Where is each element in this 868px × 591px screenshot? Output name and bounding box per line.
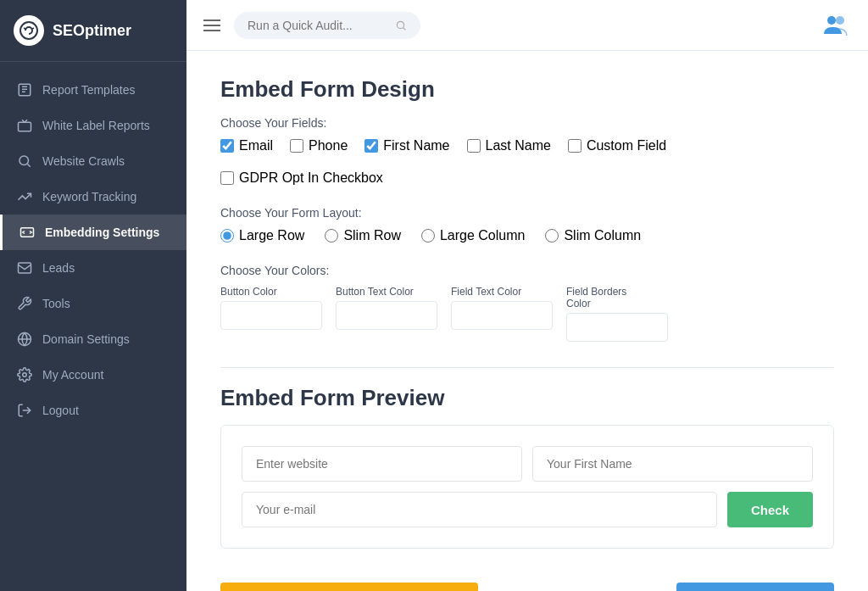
trend-icon [17,189,32,204]
user-icon[interactable] [821,8,851,39]
sidebar-item-domain-settings[interactable]: Domain Settings [0,321,186,357]
logo-text: SEOptimer [53,22,131,40]
svg-point-3 [19,156,29,165]
checkbox-email-label: Email [239,138,273,153]
preview-firstname-input[interactable] [532,446,813,482]
radio-large-row-label: Large Row [239,228,304,243]
checkbox-last-name[interactable]: Last Name [467,138,551,153]
main-content: Embed Form Design Choose Your Fields: Em… [186,51,868,591]
gear-icon [17,367,32,382]
hamburger-button[interactable] [203,20,220,31]
search-input[interactable] [248,19,388,32]
button-color-field: Button Color #25b36f [220,286,322,342]
sidebar-item-report-templates[interactable]: Report Templates [0,72,186,108]
button-color-label: Button Color [220,286,322,298]
sidebar-label-logout: Logout [42,404,79,417]
radio-slim-row-input[interactable] [325,229,338,243]
search-icon [395,19,407,32]
sidebar: SEOptimer Report Templates White Label R… [0,0,186,591]
search-circle-icon [17,153,32,169]
button-text-color-input[interactable]: #ffffff [336,301,437,330]
embed-icon [19,225,35,240]
divider [220,367,834,368]
button-text-color-label: Button Text Color [336,286,437,298]
sidebar-item-keyword-tracking[interactable]: Keyword Tracking [0,179,186,215]
checkbox-last-name-label: Last Name [486,138,551,153]
checkbox-gdpr-input[interactable] [220,171,234,185]
sidebar-item-tools[interactable]: Tools [0,286,186,321]
checkbox-first-name[interactable]: First Name [364,138,449,153]
sidebar-label-report-templates: Report Templates [42,83,135,97]
radio-slim-column-label: Slim Column [564,228,641,243]
sidebar-item-my-account[interactable]: My Account [0,357,186,393]
page-title: Embed Form Design [220,76,834,103]
button-text-color-field: Button Text Color #ffffff [336,286,437,342]
sidebar-item-logout[interactable]: Logout [0,393,186,428]
topbar-right [821,8,851,42]
sidebar-item-leads[interactable]: Leads [0,250,186,286]
radio-slim-column[interactable]: Slim Column [545,228,641,243]
fields-label: Choose Your Fields: [220,116,834,130]
preview-bottom: Check [242,492,813,527]
checkbox-phone[interactable]: Phone [290,138,348,153]
checkbox-phone-label: Phone [309,138,348,153]
sidebar-label-tools: Tools [42,297,70,310]
checkbox-first-name-label: First Name [383,138,449,153]
svg-rect-5 [19,263,31,273]
svg-point-7 [23,373,27,377]
checkbox-email-input[interactable] [220,139,234,153]
checkbox-gdpr[interactable]: GDPR Opt In Checkbox [220,170,383,186]
checkbox-last-name-input[interactable] [467,139,481,153]
svg-point-9 [397,21,403,28]
bottom-bar: Save Settings & Generate Embed Code Prev… [220,569,834,591]
radio-slim-column-input[interactable] [545,229,559,243]
sidebar-item-website-crawls[interactable]: Website Crawls [0,143,186,179]
svg-point-11 [836,16,844,25]
preview-check-button[interactable]: Check [727,492,813,527]
preview-box: Check [220,425,834,549]
radio-large-column-label: Large Column [440,228,526,243]
layout-label: Choose Your Form Layout: [220,206,834,220]
button-color-input[interactable]: #25b36f [220,301,322,330]
preview-email-input[interactable] [242,492,717,527]
radio-large-row[interactable]: Large Row [220,228,304,243]
preview-website-input[interactable] [242,446,522,482]
sidebar-label-white-label-reports: White Label Reports [42,119,150,132]
layout-row: Large Row Slim Row Large Column Slim Col… [220,228,834,243]
radio-slim-row[interactable]: Slim Row [325,228,401,243]
checkbox-custom-field-input[interactable] [568,139,581,153]
tools-icon [17,296,32,311]
logo: SEOptimer [0,0,186,62]
preview-title: Embed Form Preview [220,385,834,411]
logout-icon [17,403,32,418]
envelope-icon [17,260,32,276]
svg-point-0 [20,22,37,39]
checkbox-gdpr-label: GDPR Opt In Checkbox [239,170,383,186]
checkbox-phone-input[interactable] [290,139,303,153]
radio-large-column-input[interactable] [421,229,435,243]
field-text-color-field: Field Text Color #565656 [451,286,553,342]
sidebar-label-my-account: My Account [42,368,103,382]
field-text-color-input[interactable]: #565656 [451,301,553,330]
sidebar-label-domain-settings: Domain Settings [42,332,130,346]
sidebar-item-embedding-settings[interactable]: Embedding Settings [0,215,186,250]
sidebar-nav: Report Templates White Label Reports Web… [0,62,186,591]
checkbox-custom-field[interactable]: Custom Field [568,138,666,153]
sidebar-label-website-crawls: Website Crawls [42,154,125,168]
preview-embed-form-button[interactable]: Preview Embed Form [676,583,834,591]
field-text-color-label: Field Text Color [451,286,553,298]
colors-section: Choose Your Colors: Button Color #25b36f… [220,264,834,342]
topbar [186,0,868,51]
checkbox-first-name-input[interactable] [364,139,378,153]
field-borders-color-label: Field BordersColor [566,286,668,309]
field-borders-color-input[interactable]: #e3e3e3 [566,313,668,342]
checkbox-email[interactable]: Email [220,138,273,153]
svg-rect-2 [19,122,31,131]
checkbox-custom-field-label: Custom Field [587,138,666,153]
save-settings-button[interactable]: Save Settings & Generate Embed Code [220,583,478,591]
radio-large-column[interactable]: Large Column [421,228,526,243]
sidebar-item-white-label-reports[interactable]: White Label Reports [0,108,186,143]
globe-icon [17,332,32,347]
radio-large-row-input[interactable] [220,229,234,243]
colors-label: Choose Your Colors: [220,264,834,277]
